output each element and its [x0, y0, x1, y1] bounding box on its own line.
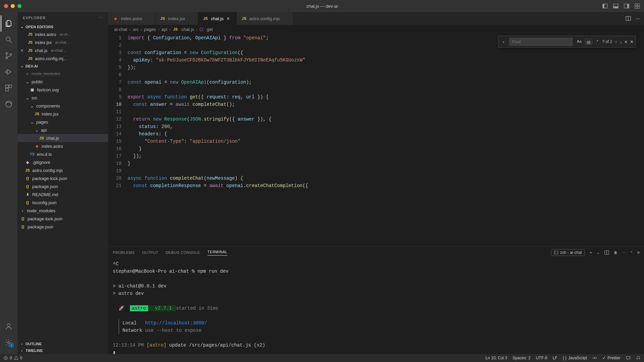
status-language[interactable]: { }JavaScript — [563, 356, 587, 360]
code-content[interactable]: import { Configuration, OpenAIApi } from… — [128, 34, 644, 246]
file-item[interactable]: JS chat.js — [17, 134, 108, 142]
svg-rect-18 — [6, 88, 8, 91]
customize-layout-icon[interactable] — [635, 3, 640, 9]
folder-item[interactable]: ⌄ pages — [17, 118, 108, 126]
file-item[interactable]: TS env.d.ts — [17, 150, 108, 158]
close-icon[interactable]: ✕ — [20, 48, 26, 53]
editor-tab[interactable]: JS chat.js ✕ — [198, 12, 237, 25]
status-feedback[interactable] — [626, 356, 631, 360]
find-input[interactable] — [509, 38, 573, 46]
regex-icon[interactable]: .* — [594, 39, 599, 45]
svg-point-13 — [6, 57, 8, 59]
folder-item[interactable]: › node_modules — [17, 207, 108, 215]
folder-item[interactable]: ⌄ public — [17, 78, 108, 86]
file-item[interactable]: {} package-lock.json — [17, 215, 108, 223]
maximize-window-button[interactable] — [17, 4, 21, 8]
folder-item[interactable]: › node_modules — [17, 70, 108, 78]
breadcrumb-item[interactable]: chat.js — [182, 27, 194, 32]
breadcrumb-item[interactable]: api — [162, 27, 167, 32]
editor[interactable]: 123456789101112131415161718192021 import… — [108, 34, 644, 246]
activity-source-control[interactable] — [1, 48, 17, 64]
panel-more-icon[interactable]: ⋯ — [622, 251, 626, 255]
folder-item[interactable]: ⌄ components — [17, 102, 108, 110]
find-prev-icon[interactable]: ↑ — [615, 39, 617, 44]
file-item[interactable]: ▣ favicon.svg — [17, 86, 108, 94]
open-editor-item[interactable]: ✕ JS index.jsx ai-chat... — [17, 38, 108, 46]
open-editors-header[interactable]: ⌄ OPEN EDITORS — [17, 23, 108, 30]
open-editor-item[interactable]: ✕ JS chat.js ai-chat/... — [17, 46, 108, 54]
editor-tab[interactable]: ◆ index.astro ✕ — [108, 12, 155, 25]
file-item[interactable]: {} tsconfig.json — [17, 198, 108, 207]
activity-debug[interactable] — [1, 64, 17, 80]
split-terminal-icon[interactable] — [604, 250, 609, 255]
terminal-selector[interactable]: zsh - ai-chat — [551, 249, 585, 256]
breadcrumbs[interactable]: ai-chat›src›pages›api›JSchat.js›⬡get — [108, 25, 644, 34]
breadcrumb-item[interactable]: get — [206, 27, 213, 32]
folder-item[interactable]: ⌄ src — [17, 94, 108, 102]
breadcrumb-item[interactable]: pages — [144, 27, 156, 32]
find-expand-icon[interactable]: › — [500, 39, 506, 44]
file-item[interactable]: JS index.jsx — [17, 110, 108, 118]
status-bell[interactable] — [636, 356, 641, 360]
file-item[interactable]: {} package.json — [17, 182, 108, 190]
activity-explorer[interactable] — [1, 15, 17, 32]
layout-panel-icon[interactable] — [613, 3, 618, 9]
status-golive[interactable] — [592, 356, 597, 360]
find-selection-icon[interactable]: ≡ — [625, 39, 627, 44]
terminal-output[interactable]: ^C stephan@MacBook-Pro ai-chat % npm run… — [108, 258, 644, 354]
status-eol[interactable]: LF — [553, 356, 557, 360]
tab-more-icon[interactable]: ⋯ — [636, 16, 640, 21]
match-whole-word-icon[interactable]: ab — [585, 39, 592, 45]
status-spaces[interactable]: Spaces: 2 — [513, 356, 531, 360]
panel-tab-output[interactable]: OUTPUT — [142, 251, 158, 255]
file-item[interactable]: {} package-lock.json — [17, 174, 108, 182]
file-icon: {} — [25, 200, 30, 205]
file-name: chat.js — [35, 48, 48, 53]
breadcrumb-item[interactable]: src — [133, 27, 138, 32]
new-terminal-icon[interactable]: + — [590, 251, 592, 255]
editor-tab[interactable]: JS astro.config.mjs ✕ — [237, 12, 293, 25]
minimize-window-button[interactable] — [11, 4, 15, 8]
activity-settings[interactable]: 1 — [1, 334, 17, 351]
breadcrumb-item[interactable]: ai-chat — [114, 27, 127, 32]
activity-edge[interactable] — [1, 96, 17, 112]
kill-terminal-icon[interactable]: 🗑 — [614, 251, 617, 255]
editor-tab[interactable]: JS index.jsx ✕ — [155, 12, 198, 25]
svg-point-12 — [6, 53, 8, 54]
file-item[interactable]: JS astro.config.mjs — [17, 166, 108, 174]
open-editor-item[interactable]: ✕ JS index.astro ai-ch... — [17, 30, 108, 38]
timeline-header[interactable]: › TIMELINE — [17, 347, 108, 354]
chevron-down-icon: ⌄ — [30, 120, 34, 125]
split-editor-icon[interactable] — [626, 16, 631, 21]
close-panel-icon[interactable]: ✕ — [637, 251, 640, 255]
maximize-panel-icon[interactable]: ^ — [631, 251, 632, 255]
activity-search[interactable] — [1, 32, 17, 48]
status-encoding[interactable]: UTF-8 — [536, 356, 547, 360]
file-item[interactable]: ⬇ README.md — [17, 190, 108, 198]
layout-sidebar-right-icon[interactable] — [624, 3, 629, 9]
open-editor-item[interactable]: ✕ JS astro.config.mj... — [17, 54, 108, 62]
status-errors[interactable]: 0 0 — [3, 356, 22, 360]
more-icon[interactable]: ⋯ — [99, 15, 103, 20]
feedback-icon — [626, 356, 631, 360]
close-icon[interactable]: ✕ — [226, 16, 232, 21]
close-window-button[interactable] — [4, 4, 8, 8]
find-next-icon[interactable]: ↓ — [620, 39, 622, 44]
file-item[interactable]: ◆ index.astro — [17, 142, 108, 150]
terminal-dropdown-icon[interactable]: ⌄ — [597, 251, 600, 255]
file-item[interactable]: {} package.json — [17, 223, 108, 231]
match-case-icon[interactable]: Aa — [576, 39, 583, 45]
find-close-icon[interactable]: ✕ — [630, 39, 634, 44]
file-item[interactable]: ◈ .gitignore — [17, 158, 108, 166]
status-prettier[interactable]: ✓Prettier — [602, 356, 620, 360]
layout-sidebar-left-icon[interactable] — [602, 3, 608, 9]
project-header[interactable]: ⌄ DEV-AI — [17, 62, 108, 70]
outline-header[interactable]: › OUTLINE — [17, 341, 108, 347]
panel-tab-problems[interactable]: PROBLEMS — [113, 251, 135, 255]
panel-tab-terminal[interactable]: TERMINAL — [208, 250, 228, 256]
panel-tab-debug-console[interactable]: DEBUG CONSOLE — [166, 251, 200, 255]
activity-account[interactable] — [1, 318, 17, 334]
status-cursor[interactable]: Ln 10, Col 3 — [486, 356, 507, 360]
activity-extensions[interactable] — [1, 80, 17, 96]
folder-item[interactable]: ⌄ api — [17, 126, 108, 134]
